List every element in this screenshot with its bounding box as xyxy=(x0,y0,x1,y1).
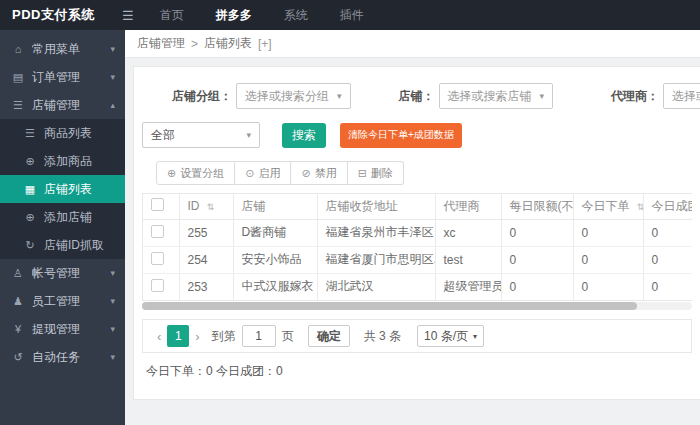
chevron-up-icon: ▴ xyxy=(110,100,115,110)
table-toolbar: ⊕ 设置分组 ⊙ 启用 ⊘ 禁用 ⊟ 删除 xyxy=(142,161,692,185)
shop-group-select[interactable]: 选择或搜索分组 ▾ xyxy=(236,83,351,109)
next-page-button[interactable]: › xyxy=(189,329,205,344)
goto-page-input[interactable] xyxy=(242,325,276,347)
shop-select[interactable]: 选择或搜索店铺 ▾ xyxy=(439,83,554,109)
table-header-row: ID ⇅ 店铺 店铺收货地址 代理商 每日限额(不... 今日下单 ⇅ xyxy=(143,194,692,219)
cell-today-groups: 0 xyxy=(643,219,692,246)
cell-agent: test xyxy=(435,246,501,273)
sidebar-item-withdraw-management[interactable]: ¥ 提现管理 ▾ xyxy=(0,315,125,343)
row-checkbox[interactable] xyxy=(151,252,164,265)
order-icon: ▤ xyxy=(10,71,26,84)
cell-id: 255 xyxy=(179,219,233,246)
search-button[interactable]: 搜索 xyxy=(282,123,326,148)
row-checkbox[interactable] xyxy=(151,225,164,238)
scrollbar-thumb[interactable] xyxy=(142,302,637,310)
sidebar-item-add-shop[interactable]: ⊕ 添加店铺 xyxy=(0,203,125,231)
sidebar-item-shop-id-fetch[interactable]: ↻ 店铺ID抓取 xyxy=(0,231,125,259)
column-header-shop: 店铺 xyxy=(233,194,317,219)
sidebar-item-product-list[interactable]: ☰ 商品列表 xyxy=(0,119,125,147)
breadcrumb-separator: > xyxy=(191,37,198,51)
sidebar-toggle-icon[interactable]: ☰ xyxy=(112,8,144,23)
pagination: ‹ 1 › 到第 页 确定 共 3 条 10 条/页 ▾ xyxy=(142,319,692,353)
enable-icon: ⊙ xyxy=(245,167,254,180)
nav-item-pinduoduo[interactable]: 拼多多 xyxy=(200,0,268,30)
delete-button[interactable]: ⊟ 删除 xyxy=(348,161,404,185)
goto-label: 到第 xyxy=(212,328,236,345)
column-header-today-groups[interactable]: 今日成团 ⇅ xyxy=(643,194,692,219)
page-size-select[interactable]: 10 条/页 ▾ xyxy=(417,325,484,347)
list-icon: ☰ xyxy=(22,127,38,140)
table-row: 253 中式汉服嫁衣 湖北武汉 超级管理员 0 0 0 xyxy=(143,273,692,300)
cell-shop: D酱商铺 xyxy=(233,219,317,246)
agent-label: 代理商： xyxy=(611,88,659,105)
nav-item-home[interactable]: 首页 xyxy=(144,0,200,30)
clear-today-data-button[interactable]: 清除今日下单+成团数据 xyxy=(340,123,462,148)
nav-item-system[interactable]: 系统 xyxy=(268,0,324,30)
money-icon: ¥ xyxy=(10,323,26,335)
column-header-daily-limit: 每日限额(不... xyxy=(501,194,573,219)
prev-page-button[interactable]: ‹ xyxy=(151,329,167,344)
filter-row-actions: 全部 ▾ 搜索 清除今日下单+成团数据 xyxy=(142,122,692,148)
table-row: 254 安安小饰品 福建省厦门市思明区... test 0 0 0 xyxy=(143,246,692,273)
sort-icon[interactable]: ⇅ xyxy=(637,202,643,212)
sidebar-item-staff-management[interactable]: ♟ 员工管理 ▾ xyxy=(0,287,125,315)
chevron-down-icon: ▾ xyxy=(110,324,115,334)
set-group-button[interactable]: ⊕ 设置分组 xyxy=(156,161,235,185)
chevron-down-icon: ▾ xyxy=(532,91,545,101)
plus-circle-icon: ⊕ xyxy=(22,211,38,224)
confirm-page-button[interactable]: 确定 xyxy=(308,325,350,347)
sidebar-item-account-management[interactable]: ♙ 帐号管理 ▾ xyxy=(0,259,125,287)
chevron-down-icon: ▾ xyxy=(329,91,342,101)
breadcrumb-current: 店铺列表 xyxy=(204,35,252,52)
cell-daily-limit: 0 xyxy=(501,219,573,246)
breadcrumb-parent[interactable]: 店铺管理 xyxy=(137,35,185,52)
sidebar-item-auto-tasks[interactable]: ↺ 自动任务 ▾ xyxy=(0,343,125,371)
row-checkbox[interactable] xyxy=(151,279,164,292)
breadcrumb-add-tab[interactable]: [+] xyxy=(258,37,272,51)
select-all-checkbox[interactable] xyxy=(151,198,164,211)
column-header-agent: 代理商 xyxy=(435,194,501,219)
shop-group-label: 店铺分组： xyxy=(172,88,232,105)
cell-agent: xc xyxy=(435,219,501,246)
agent-select[interactable]: 选择或搜索代理 xyxy=(663,83,700,109)
sidebar: ⌂ 常用菜单 ▾ ▤ 订单管理 ▾ ☰ 店铺管理 ▴ ☰ 商品列表 ⊕ xyxy=(0,30,125,425)
breadcrumb: 店铺管理 > 店铺列表 [+] xyxy=(125,30,700,58)
top-navigation: 首页 拼多多 系统 插件 xyxy=(144,0,380,30)
app-window: PDD支付系统 ☰ 首页 拼多多 系统 插件 ⌂ 常用菜单 ▾ ▤ 订单管理 ▾… xyxy=(0,0,700,425)
horizontal-scrollbar xyxy=(142,302,692,310)
plus-circle-icon: ⊕ xyxy=(22,155,38,168)
home-icon: ⌂ xyxy=(10,43,26,55)
sidebar-item-common-menu[interactable]: ⌂ 常用菜单 ▾ xyxy=(0,35,125,63)
chevron-down-icon: ▾ xyxy=(110,296,115,306)
sidebar-item-shop-management[interactable]: ☰ 店铺管理 ▴ xyxy=(0,91,125,119)
main-content: 店铺管理 > 店铺列表 [+] 店铺分组： 选择或搜索分组 ▾ 店铺： 选择或搜… xyxy=(125,30,700,425)
user-icon: ♙ xyxy=(10,267,26,280)
column-header-id[interactable]: ID ⇅ xyxy=(179,194,233,219)
status-select[interactable]: 全部 ▾ xyxy=(142,122,260,148)
chevron-down-icon: ▾ xyxy=(110,44,115,54)
cell-today-orders: 0 xyxy=(573,246,643,273)
cell-daily-limit: 0 xyxy=(501,273,573,300)
column-header-today-orders[interactable]: 今日下单 ⇅ xyxy=(573,194,643,219)
sidebar-submenu-shop-management: ☰ 商品列表 ⊕ 添加商品 ▦ 店铺列表 ⊕ 添加店铺 ↻ 店铺ID抓取 xyxy=(0,119,125,259)
cell-id: 253 xyxy=(179,273,233,300)
nav-item-plugins[interactable]: 插件 xyxy=(324,0,380,30)
shop-table: ID ⇅ 店铺 店铺收货地址 代理商 每日限额(不... 今日下单 ⇅ xyxy=(142,193,692,301)
current-page-button[interactable]: 1 xyxy=(167,325,189,347)
cell-address: 福建省泉州市丰泽区 xyxy=(317,219,435,246)
cell-today-orders: 0 xyxy=(573,273,643,300)
today-summary: 今日下单：0 今日成团：0 xyxy=(142,363,692,380)
sidebar-item-shop-list[interactable]: ▦ 店铺列表 xyxy=(0,175,125,203)
enable-button[interactable]: ⊙ 启用 xyxy=(235,161,291,185)
topbar: PDD支付系统 ☰ 首页 拼多多 系统 插件 xyxy=(0,0,700,30)
users-icon: ♟ xyxy=(10,295,26,308)
disable-button[interactable]: ⊘ 禁用 xyxy=(291,161,347,185)
sidebar-item-order-management[interactable]: ▤ 订单管理 ▾ xyxy=(0,63,125,91)
cell-id: 254 xyxy=(179,246,233,273)
sort-icon[interactable]: ⇅ xyxy=(207,202,215,212)
cell-agent: 超级管理员 xyxy=(435,273,501,300)
sidebar-item-add-product[interactable]: ⊕ 添加商品 xyxy=(0,147,125,175)
cell-today-orders: 0 xyxy=(573,219,643,246)
filter-row-selects: 店铺分组： 选择或搜索分组 ▾ 店铺： 选择或搜索店铺 ▾ 代理商： 选择或搜索… xyxy=(142,83,692,109)
cell-daily-limit: 0 xyxy=(501,246,573,273)
